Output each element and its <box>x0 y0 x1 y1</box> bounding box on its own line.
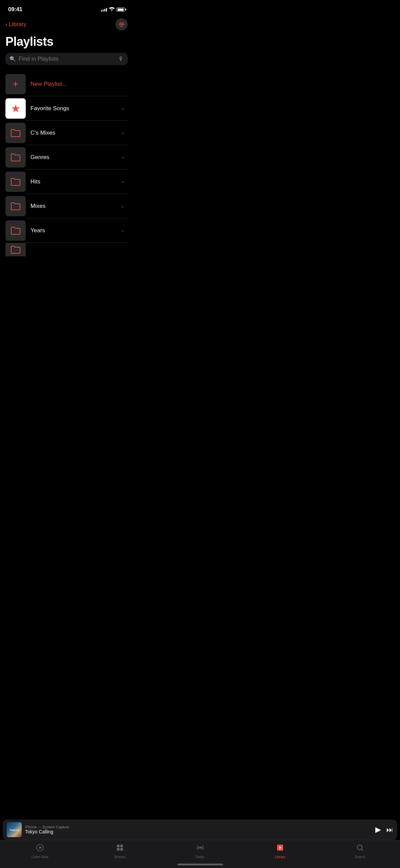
playlist-name: New Playlist... <box>30 81 124 87</box>
playlist-item[interactable]: Mixes › <box>0 194 133 218</box>
playlist-thumbnail <box>5 220 26 241</box>
playlist-thumbnail <box>5 123 26 143</box>
playlist-content: Genres › <box>26 145 128 170</box>
back-label: Library <box>9 21 26 28</box>
playlist-list: + New Playlist... ★ Favorite Songs › C's… <box>0 72 133 256</box>
plus-icon: + <box>13 79 18 89</box>
page-title: Playlists <box>0 33 133 53</box>
chevron-right-icon: › <box>122 106 124 111</box>
playlist-content: New Playlist... <box>26 72 128 96</box>
folder-icon <box>10 202 21 211</box>
playlist-content: Years › <box>26 218 128 243</box>
playlist-item[interactable]: + New Playlist... <box>0 72 133 96</box>
folder-icon <box>10 153 21 162</box>
folder-icon <box>10 245 21 254</box>
playlist-item[interactable]: Years › <box>0 218 133 243</box>
status-icons <box>101 7 125 12</box>
chevron-right-icon: › <box>122 130 124 136</box>
playlist-thumbnail: ★ <box>5 98 26 119</box>
back-chevron-icon: ‹ <box>5 21 7 28</box>
playlist-content <box>26 243 128 256</box>
playlist-name: Hits <box>30 178 122 185</box>
chevron-right-icon: › <box>122 203 124 209</box>
playlist-content: Favorite Songs › <box>26 96 128 121</box>
star-icon: ★ <box>11 102 21 115</box>
playlist-thumbnail <box>5 172 26 192</box>
folder-icon <box>10 177 21 186</box>
playlist-name: C's Mixes <box>30 130 122 136</box>
chevron-right-icon: › <box>122 228 124 233</box>
sort-button[interactable] <box>115 18 128 31</box>
signal-icon <box>101 7 107 12</box>
microphone-icon[interactable]: 🎙 <box>118 56 124 62</box>
search-bar[interactable]: 🔍 🎙 <box>5 53 128 65</box>
playlist-content: Hits › <box>26 170 128 194</box>
playlist-thumbnail <box>5 196 26 216</box>
playlist-name: Years <box>30 227 122 234</box>
status-bar: 09:41 <box>0 0 133 17</box>
playlist-item[interactable]: Hits › <box>0 170 133 194</box>
status-time: 09:41 <box>8 6 22 13</box>
playlist-thumbnail <box>5 243 26 256</box>
back-button[interactable]: ‹ Library <box>5 21 26 28</box>
playlist-content: C's Mixes › <box>26 121 128 145</box>
folder-icon <box>10 226 21 235</box>
search-icon: 🔍 <box>9 56 16 62</box>
playlist-thumbnail: + <box>5 74 26 94</box>
playlist-item[interactable]: Genres › <box>0 145 133 170</box>
playlist-item[interactable] <box>0 243 133 256</box>
playlist-thumbnail <box>5 147 26 167</box>
folder-icon <box>10 129 21 137</box>
playlist-name: Genres <box>30 154 122 161</box>
battery-icon <box>117 7 125 12</box>
playlist-name: Favorite Songs <box>30 105 122 112</box>
sort-lines-icon <box>119 23 125 26</box>
playlist-name: Mixes <box>30 203 122 210</box>
chevron-right-icon: › <box>122 179 124 184</box>
chevron-right-icon: › <box>122 155 124 160</box>
playlist-item[interactable]: C's Mixes › <box>0 121 133 145</box>
search-input[interactable] <box>19 56 115 62</box>
playlist-item[interactable]: ★ Favorite Songs › <box>0 96 133 121</box>
wifi-icon <box>109 7 114 12</box>
nav-bar: ‹ Library <box>0 17 133 33</box>
playlist-content: Mixes › <box>26 194 128 218</box>
